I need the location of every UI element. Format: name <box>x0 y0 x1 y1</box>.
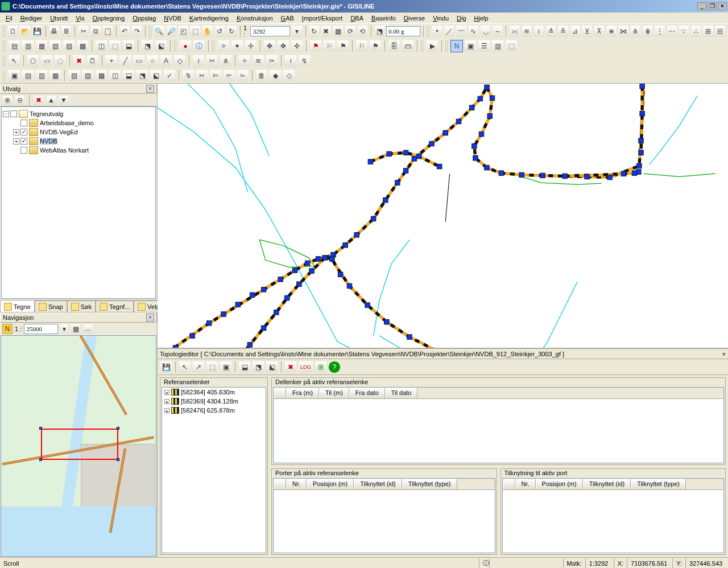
menu-oppslag[interactable]: Oppslag <box>129 14 159 23</box>
minimize-button[interactable]: _ <box>697 2 706 10</box>
col-nr[interactable]: Nr. <box>286 479 307 489</box>
rotation-input[interactable] <box>386 26 420 36</box>
menu-konstruksjon[interactable]: Konstruksjon <box>233 14 276 23</box>
tool-e-icon[interactable]: ≚ <box>557 25 568 38</box>
draw-diamond-icon[interactable]: ◇ <box>173 55 186 67</box>
rotate-left-icon[interactable]: ⟲ <box>357 25 368 38</box>
edit-c-icon[interactable]: ⋔ <box>220 55 232 67</box>
tree-collapse-icon[interactable]: ⊖ <box>15 95 25 105</box>
point-icon[interactable]: • <box>432 25 442 38</box>
tree-item-0[interactable]: Arbeidsbase_demo <box>3 118 154 127</box>
topo-save-icon[interactable]: 💾 <box>160 361 172 373</box>
col-tilknyttettype[interactable]: Tilknyttet (type) <box>631 479 686 489</box>
tool-o-icon[interactable]: ∵ <box>679 25 689 38</box>
panel-c-icon[interactable]: ☰ <box>478 40 490 52</box>
select-arrow-icon[interactable]: ↖ <box>8 55 20 67</box>
nav-extent-handle[interactable] <box>39 458 42 461</box>
tilk-table[interactable]: Nr.Posisjon (m)Tilknyttet (id)Tilknyttet… <box>502 478 725 553</box>
menu-kartredigering[interactable]: Kartredigering <box>186 14 232 23</box>
tool-c-icon[interactable]: ≀ <box>533 25 544 38</box>
menu-fil[interactable]: Fil <box>2 14 16 23</box>
flag-e-icon[interactable]: ⚑ <box>369 40 382 52</box>
topo-e-icon[interactable]: ⬓ <box>238 361 251 373</box>
obj-c-icon[interactable]: ✢ <box>245 40 257 52</box>
nav-extent-handle[interactable] <box>39 427 42 430</box>
edit-d-icon[interactable]: ✧ <box>238 55 251 67</box>
col-nr[interactable]: Nr. <box>515 479 536 489</box>
line-icon[interactable]: ／ <box>444 25 454 38</box>
save-icon[interactable]: 💾 <box>32 25 43 38</box>
panel-e-icon[interactable]: ⬚ <box>505 40 518 52</box>
grp-e-icon[interactable]: ▧ <box>68 69 80 82</box>
menu-vindu[interactable]: Vindu <box>429 14 452 23</box>
col-fradato[interactable]: Fra dato <box>349 388 385 398</box>
tool-i-icon[interactable]: ⋇ <box>606 25 617 38</box>
grp-l-icon[interactable]: ✓ <box>163 69 176 82</box>
layer-b-icon[interactable]: ▥ <box>22 40 34 52</box>
topo-d-icon[interactable]: ▣ <box>220 361 232 373</box>
tree-expand-icon[interactable]: ⊕ <box>2 95 13 105</box>
info-blue-icon[interactable]: ⓘ <box>193 40 205 52</box>
delete-icon[interactable]: ✖ <box>73 55 85 67</box>
draw-circle-icon[interactable]: ○ <box>146 55 159 67</box>
nav-overview-map[interactable] <box>1 335 156 557</box>
pan-icon[interactable]: ✋ <box>202 25 213 38</box>
tool-r-icon[interactable]: ⊟ <box>715 25 726 38</box>
tool-b-icon[interactable]: ≋ <box>522 25 532 38</box>
topo-c-icon[interactable]: ⬚ <box>206 361 218 373</box>
tool-l-icon[interactable]: ⋕ <box>642 25 653 38</box>
menu-hjelp[interactable]: Hjelp <box>471 14 492 23</box>
grp-a-icon[interactable]: ▣ <box>8 69 20 82</box>
grp-p-icon[interactable]: ✃ <box>223 69 235 82</box>
grp-g-icon[interactable]: ▩ <box>95 69 107 82</box>
ref-item-1[interactable]: +[582369] 4304.128m <box>162 397 266 406</box>
spline-icon[interactable]: ～ <box>492 25 503 38</box>
close-button[interactable]: × <box>718 2 727 10</box>
obj-a-icon[interactable]: ✧ <box>217 40 230 52</box>
tool-h-icon[interactable]: ⊼ <box>594 25 605 38</box>
tab-snap[interactable]: Snap <box>35 301 67 312</box>
tab-tegne[interactable]: Tegne <box>0 301 35 312</box>
nav-scale-input[interactable] <box>24 324 58 334</box>
db-a-icon[interactable]: 🗄 <box>388 40 400 52</box>
menu-diverse[interactable]: Diverse <box>400 14 428 23</box>
panel-b-icon[interactable]: ▣ <box>464 40 477 52</box>
edit-a-icon[interactable]: ≀ <box>192 55 205 67</box>
tree-remove-icon[interactable]: ✖ <box>34 95 44 105</box>
obj-e-icon[interactable]: ✥ <box>277 40 289 52</box>
obj-d-icon[interactable]: ✤ <box>263 40 276 52</box>
layer-k-icon[interactable]: ⬕ <box>155 40 167 52</box>
menu-import/eksport[interactable]: Import/Eksport <box>299 14 346 23</box>
grp-k-icon[interactable]: ⬕ <box>150 69 162 82</box>
open-icon[interactable]: 📂 <box>19 25 30 38</box>
tool-n-icon[interactable]: ⋯ <box>667 25 677 38</box>
nav-scale-dropdown-icon[interactable]: ▾ <box>60 324 68 334</box>
rotation-mode-icon[interactable]: ⬔ <box>374 25 385 38</box>
layer-c-icon[interactable]: ▦ <box>35 40 48 52</box>
curve-icon[interactable]: ∿ <box>468 25 479 38</box>
zoom-out-icon[interactable]: 🔎 <box>166 25 177 38</box>
dellenker-table[interactable]: Fra (m)Til (m)Fra datoTil dato <box>273 387 724 463</box>
layer-e-icon[interactable]: ▨ <box>63 40 75 52</box>
col-tilknyttetid[interactable]: Tilknyttet (id) <box>583 479 631 489</box>
info-red-icon[interactable]: ● <box>179 40 192 52</box>
tree-item-1[interactable]: +✓NVDB-VegEd <box>3 127 154 137</box>
tool-g-icon[interactable]: ⊻ <box>582 25 593 38</box>
nav-extent-handle[interactable] <box>117 427 119 430</box>
tree-root[interactable]: -Tegneutvalg <box>3 109 154 118</box>
col-posisjonm[interactable]: Posisjon (m) <box>536 479 583 489</box>
select-lasso-icon[interactable]: ◌ <box>54 55 67 67</box>
nav-up-icon[interactable]: ︿ <box>83 324 93 334</box>
nav-grid-icon[interactable]: ▦ <box>71 324 81 334</box>
flag-d-icon[interactable]: ⚐ <box>355 40 368 52</box>
menu-gab[interactable]: GAB <box>278 14 297 23</box>
col-posisjonm[interactable]: Posisjon (m) <box>307 479 354 489</box>
menu-rediger[interactable]: Rediger <box>17 14 46 23</box>
select-rect-icon[interactable]: ▭ <box>40 55 53 67</box>
grp-i-icon[interactable]: ⬓ <box>122 69 135 82</box>
arc-icon[interactable]: ◡ <box>480 25 491 38</box>
col-tildato[interactable]: Til dato <box>385 388 418 398</box>
topo-add-icon[interactable]: ⊞ <box>315 361 327 373</box>
menu-dba[interactable]: DBA <box>347 14 367 23</box>
col-fram[interactable]: Fra (m) <box>286 388 319 398</box>
